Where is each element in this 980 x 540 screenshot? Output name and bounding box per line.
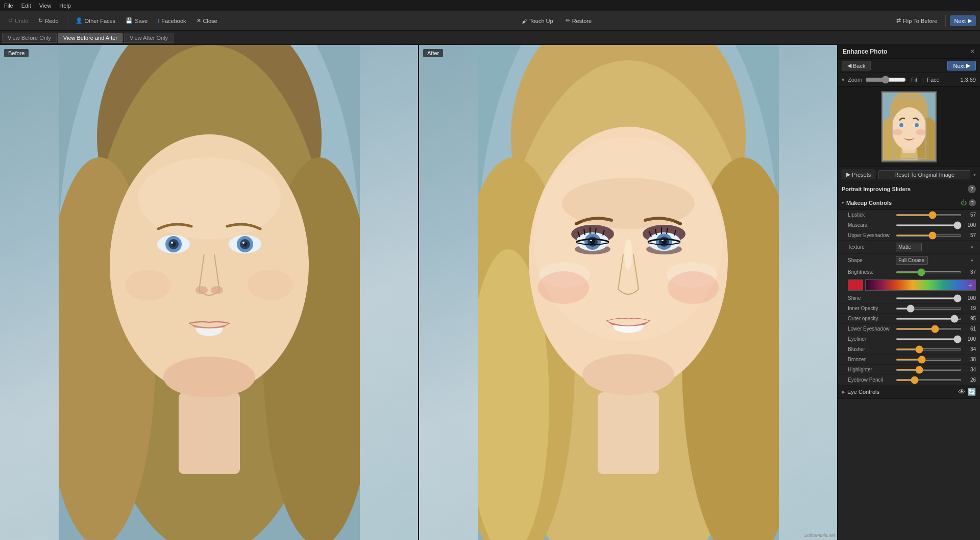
blusher-slider[interactable] (896, 348, 962, 350)
svg-point-48 (624, 239, 632, 270)
tab-view-after-only[interactable]: View After Only (124, 33, 174, 43)
brightness-slider[interactable] (896, 271, 962, 273)
eyebrow-pencil-value: 26 (964, 377, 976, 383)
enhance-title: Enhance Photo (843, 48, 887, 55)
restore-button[interactable]: ✏ Restore (561, 15, 596, 26)
upper-eyeshadow-slider[interactable] (896, 234, 962, 237)
toolbar: ↺ Undo ↻ Redo 👤 Other Faces 💾 Save f Fac… (0, 11, 980, 31)
flip-to-before-button[interactable]: ⇄ Flip To Before (892, 15, 942, 26)
shape-select-wrapper: Full Crease Half Crease Lid Only (896, 256, 976, 265)
image-area: Before (0, 45, 837, 540)
enhance-header: Enhance Photo ✕ (838, 45, 980, 59)
svg-point-19 (195, 286, 208, 294)
eye-controls-label: Eye Controls (847, 389, 956, 395)
eye-controls-icon-2: 🔄 (967, 388, 976, 396)
makeup-power-icon[interactable]: ⏻ (961, 199, 967, 206)
main-content: Before (0, 45, 980, 540)
next-nav-button[interactable]: Next ▶ (947, 61, 976, 71)
eyebrow-pencil-row: Eyebrow Pencil 26 (838, 375, 980, 385)
lipstick-slider[interactable] (896, 214, 962, 216)
color-gradient-picker[interactable]: + (865, 279, 976, 291)
watermark: SoftoMania.net (804, 533, 835, 538)
before-panel: Before (0, 45, 418, 540)
menu-bar: File Edit View Help (0, 0, 980, 11)
zoom-value: 1:3.69 (960, 77, 976, 83)
eye-controls-expand-icon: ▶ (842, 389, 845, 394)
svg-point-54 (582, 354, 674, 395)
inner-opacity-row: Inner Opacity 19 (838, 303, 980, 314)
texture-select-wrapper: Matte Shimmer Glitter (896, 243, 976, 251)
reset-dropdown-icon[interactable]: ▾ (973, 172, 976, 177)
menu-file[interactable]: File (4, 3, 13, 9)
after-image (419, 45, 837, 540)
presets-button[interactable]: ▶ Presets (842, 170, 875, 179)
outer-opacity-slider[interactable] (896, 318, 962, 320)
toolbar-right: ⇄ Flip To Before Next ▶ (892, 15, 976, 27)
bronzer-label: Bronzer (848, 357, 894, 362)
shape-label: Shape (848, 257, 894, 263)
bronzer-slider[interactable] (896, 359, 962, 361)
zoom-fit-label[interactable]: Fit (911, 77, 917, 83)
close-button[interactable]: ✕ Close (192, 15, 222, 26)
eyebrow-pencil-slider[interactable] (896, 379, 962, 381)
next-button[interactable]: Next ▶ (950, 15, 976, 26)
svg-point-53 (562, 178, 695, 229)
nav-row: ◀ Back Next ▶ (838, 59, 980, 73)
back-arrow-icon: ◀ (847, 62, 851, 69)
inner-opacity-label: Inner Opacity (848, 306, 894, 311)
color-add-icon[interactable]: + (968, 281, 972, 289)
menu-view[interactable]: View (39, 3, 52, 9)
other-faces-button[interactable]: 👤 Other Faces (71, 15, 120, 26)
highlighter-slider[interactable] (896, 369, 962, 371)
shape-select[interactable]: Full Crease Half Crease Lid Only (896, 256, 928, 265)
svg-rect-6 (179, 392, 240, 474)
eyeliner-slider[interactable] (896, 338, 962, 340)
makeup-help-icon[interactable]: ? (969, 199, 976, 206)
shine-slider[interactable] (896, 297, 962, 299)
portrait-help-icon[interactable]: ? (968, 185, 976, 193)
zoom-slider[interactable] (865, 76, 906, 84)
brightness-label: Brightness: (848, 269, 894, 275)
touch-up-button[interactable]: 🖌 Touch Up (518, 15, 557, 26)
flip-icon: ⇄ (896, 17, 901, 24)
menu-edit[interactable]: Edit (21, 3, 31, 9)
tab-view-before-only[interactable]: View Before Only (2, 33, 57, 43)
svg-point-23 (163, 357, 255, 397)
thumbnail-svg (882, 92, 936, 161)
svg-point-52 (668, 271, 719, 304)
lower-eyeshadow-slider[interactable] (896, 328, 962, 330)
mascara-value: 100 (964, 222, 976, 228)
save-button[interactable]: 💾 Save (121, 15, 152, 26)
back-button[interactable]: ◀ Back (842, 61, 871, 71)
redo-button[interactable]: ↻ Redo (34, 15, 62, 26)
sliders-area[interactable]: ▾ Makeup Controls ⏻ ? Lipstick 57 Mascar… (838, 196, 980, 540)
next-arrow-nav-icon: ▶ (966, 62, 970, 69)
inner-opacity-slider[interactable] (896, 308, 962, 310)
undo-button[interactable]: ↺ Undo (4, 15, 32, 26)
shine-value: 100 (964, 295, 976, 301)
blusher-row: Blusher 34 (838, 344, 980, 355)
highlighter-value: 34 (964, 367, 976, 372)
texture-select[interactable]: Matte Shimmer Glitter (896, 243, 922, 251)
eyebrow-pencil-label: Eyebrow Pencil (848, 377, 894, 383)
eye-controls-section[interactable]: ▶ Eye Controls 👁 🔄 (838, 385, 980, 399)
svg-point-21 (125, 270, 171, 300)
zoom-face-label[interactable]: Face (927, 77, 939, 83)
menu-help[interactable]: Help (59, 3, 71, 9)
next-arrow-icon: ▶ (968, 17, 972, 24)
zoom-collapse-icon[interactable]: ▾ (842, 77, 845, 83)
enhance-close-icon[interactable]: ✕ (970, 48, 975, 55)
svg-point-66 (892, 129, 902, 135)
tab-view-before-after[interactable]: View Before and After (58, 33, 123, 43)
makeup-controls-section-header[interactable]: ▾ Makeup Controls ⏻ ? (838, 196, 980, 210)
after-label: After (423, 49, 443, 57)
facebook-button[interactable]: f Facebook (154, 16, 190, 26)
color-picker-row: + (838, 277, 980, 293)
mascara-slider[interactable] (896, 224, 962, 226)
reset-to-original-button[interactable]: Reset To Original Image (878, 170, 970, 179)
thumbnail[interactable] (881, 91, 937, 162)
presets-row: ▶ Presets Reset To Original Image ▾ (838, 167, 980, 182)
shape-row: Shape Full Crease Half Crease Lid Only (838, 254, 980, 267)
color-swatch-red[interactable] (848, 279, 863, 291)
toolbar-center: 🖌 Touch Up ✏ Restore (224, 15, 890, 26)
